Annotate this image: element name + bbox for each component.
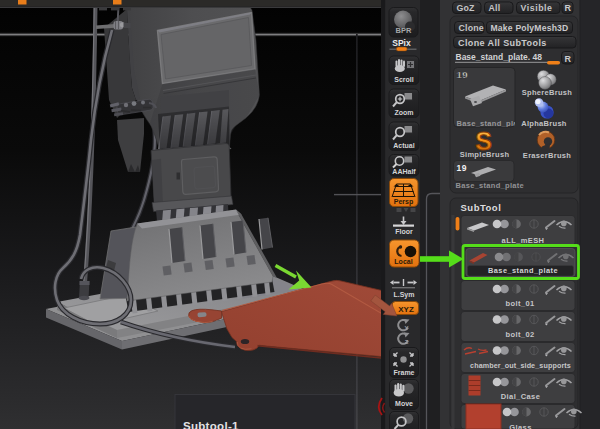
- svg-text:Base_stand_plate: Base_stand_plate: [488, 266, 558, 275]
- svg-text:Move: Move: [395, 400, 413, 407]
- svg-text:19: 19: [457, 69, 469, 80]
- svg-text:BPR: BPR: [396, 26, 412, 35]
- svg-text:AAHalf: AAHalf: [392, 168, 416, 175]
- svg-text:Y: Y: [404, 325, 408, 331]
- svg-text:aLL_mESH: aLL_mESH: [502, 236, 545, 245]
- svg-text:Scroll: Scroll: [394, 76, 414, 83]
- svg-text:Subtool-1: Subtool-1: [183, 420, 239, 429]
- svg-text:Zoom: Zoom: [394, 109, 413, 116]
- svg-text:EraserBrush: EraserBrush: [523, 151, 571, 160]
- svg-text:bolt_01: bolt_01: [505, 299, 534, 308]
- svg-text:Make PolyMesh3D: Make PolyMesh3D: [491, 23, 569, 33]
- svg-text:19: 19: [457, 163, 467, 173]
- svg-text:Z: Z: [405, 339, 409, 345]
- svg-text:SubTool: SubTool: [461, 202, 502, 213]
- svg-text:XYZ: XYZ: [398, 305, 414, 314]
- svg-text:L.Sym: L.Sym: [393, 291, 414, 299]
- svg-text:Base_stand_plate. 48: Base_stand_plate. 48: [456, 52, 543, 62]
- svg-text:bolt_02: bolt_02: [505, 330, 534, 339]
- svg-text:SPix: SPix: [392, 38, 411, 48]
- svg-text:chamber_out_side_supports: chamber_out_side_supports: [470, 361, 571, 370]
- svg-text:All: All: [489, 3, 501, 13]
- svg-text:Frame: Frame: [393, 369, 414, 376]
- svg-text:SphereBrush: SphereBrush: [522, 88, 573, 97]
- svg-text:Base_stand_plate: Base_stand_plate: [456, 181, 525, 190]
- svg-text:R: R: [565, 54, 572, 64]
- svg-text:SimpleBrush: SimpleBrush: [460, 150, 510, 159]
- svg-text:R: R: [565, 3, 572, 13]
- svg-text:Local: Local: [394, 258, 412, 265]
- svg-text:Visible: Visible: [521, 3, 553, 13]
- svg-text:Floor: Floor: [395, 228, 413, 235]
- svg-text:AlphaBrush: AlphaBrush: [521, 119, 567, 128]
- svg-text:Clone: Clone: [459, 23, 484, 33]
- svg-text:Glass: Glass: [509, 423, 531, 429]
- svg-text:Actual: Actual: [393, 142, 414, 149]
- svg-text:Clone All SubTools: Clone All SubTools: [458, 38, 547, 48]
- svg-text:Persp: Persp: [394, 198, 413, 206]
- svg-text:GoZ: GoZ: [457, 3, 476, 13]
- svg-text:Dial_Case: Dial_Case: [501, 392, 540, 401]
